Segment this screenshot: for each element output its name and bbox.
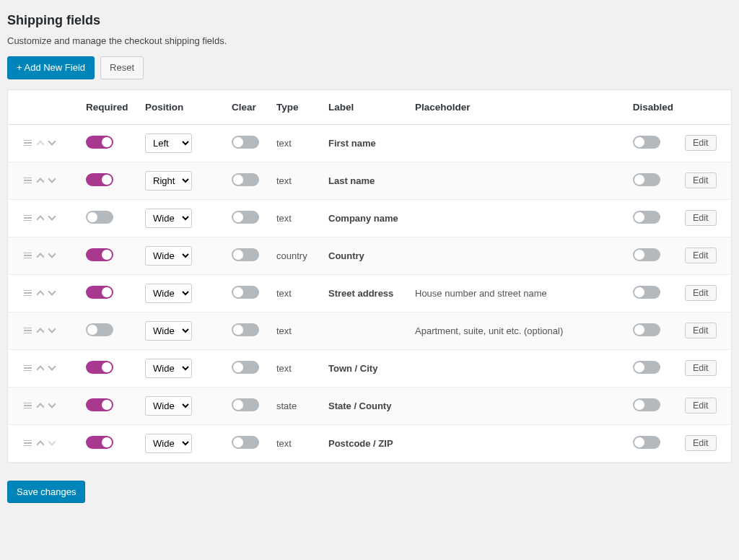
position-select[interactable]: LeftRightWide (145, 359, 192, 378)
clear-toggle[interactable] (232, 323, 259, 336)
field-label (323, 312, 409, 349)
table-row: LeftRightWidetextCompany nameEdit (8, 199, 731, 237)
drag-handle-icon[interactable] (24, 328, 32, 334)
move-up-icon[interactable] (36, 403, 44, 411)
move-down-icon (48, 437, 56, 445)
clear-toggle[interactable] (232, 361, 259, 374)
move-up-icon (36, 140, 44, 148)
disabled-toggle[interactable] (633, 323, 660, 336)
clear-toggle[interactable] (232, 136, 259, 149)
fields-table: Required Position Clear Type Label Place… (8, 90, 731, 463)
type-value: text (271, 349, 323, 387)
required-toggle[interactable] (86, 173, 113, 186)
disabled-toggle[interactable] (633, 286, 660, 299)
drag-handle-icon[interactable] (24, 290, 32, 297)
move-up-icon[interactable] (36, 328, 44, 336)
required-toggle[interactable] (86, 248, 113, 261)
disabled-toggle[interactable] (633, 361, 660, 374)
required-toggle[interactable] (86, 436, 113, 449)
disabled-toggle[interactable] (633, 436, 660, 449)
edit-button[interactable]: Edit (685, 360, 717, 376)
move-up-icon[interactable] (36, 215, 44, 223)
edit-button[interactable]: Edit (685, 135, 717, 151)
clear-toggle[interactable] (232, 211, 259, 224)
clear-toggle[interactable] (232, 398, 259, 411)
move-down-icon[interactable] (48, 250, 56, 258)
disabled-toggle[interactable] (633, 173, 660, 186)
add-new-field-button[interactable]: + Add New Field (7, 56, 95, 79)
edit-button[interactable]: Edit (685, 435, 717, 451)
required-toggle[interactable] (86, 211, 113, 224)
edit-button[interactable]: Edit (685, 323, 717, 338)
move-down-icon[interactable] (48, 400, 56, 408)
clear-toggle[interactable] (232, 173, 259, 186)
move-down-icon[interactable] (48, 325, 56, 333)
table-row: LeftRightWidetextPostcode / ZIPEdit (8, 424, 731, 462)
edit-button[interactable]: Edit (685, 285, 717, 301)
disabled-toggle[interactable] (633, 211, 660, 224)
col-disabled: Disabled (627, 90, 679, 125)
clear-toggle[interactable] (232, 248, 259, 261)
required-toggle[interactable] (86, 286, 113, 299)
disabled-toggle[interactable] (633, 136, 660, 149)
move-down-icon[interactable] (48, 362, 56, 370)
drag-handle-icon[interactable] (24, 253, 32, 259)
move-down-icon[interactable] (48, 212, 56, 220)
type-value: text (271, 312, 323, 349)
table-row: LeftRightWidetextFirst nameEdit (8, 124, 731, 162)
position-select[interactable]: LeftRightWide (145, 134, 192, 153)
position-select[interactable]: LeftRightWide (145, 321, 192, 341)
move-down-icon[interactable] (48, 175, 56, 183)
type-value: text (271, 124, 323, 162)
clear-toggle[interactable] (232, 286, 259, 299)
required-toggle[interactable] (86, 323, 113, 336)
save-changes-button[interactable]: Save changes (7, 481, 85, 504)
clear-toggle[interactable] (232, 436, 259, 449)
field-label: Postcode / ZIP (323, 424, 409, 462)
field-label: State / County (323, 387, 409, 424)
disabled-toggle[interactable] (633, 248, 660, 261)
col-handle (8, 90, 80, 125)
edit-button[interactable]: Edit (685, 172, 717, 188)
position-select[interactable]: LeftRightWide (145, 284, 192, 303)
required-toggle[interactable] (86, 361, 113, 374)
move-up-icon[interactable] (36, 253, 44, 261)
type-value: text (271, 274, 323, 312)
drag-handle-icon[interactable] (24, 440, 32, 447)
table-row: LeftRightWidetextLast nameEdit (8, 162, 731, 199)
required-toggle[interactable] (86, 136, 113, 149)
required-toggle[interactable] (86, 398, 113, 411)
drag-handle-icon[interactable] (24, 365, 32, 372)
position-select[interactable]: LeftRightWide (145, 434, 192, 453)
type-value: country (271, 237, 323, 274)
reset-button[interactable]: Reset (100, 56, 144, 79)
position-select[interactable]: LeftRightWide (145, 209, 192, 228)
page-subtitle: Customize and manage the checkout shippi… (7, 35, 732, 46)
field-label: Company name (323, 199, 409, 237)
move-down-icon[interactable] (48, 287, 56, 295)
disabled-toggle[interactable] (633, 398, 660, 411)
drag-handle-icon[interactable] (24, 140, 32, 146)
move-up-icon[interactable] (36, 365, 44, 373)
edit-button[interactable]: Edit (685, 398, 717, 414)
field-placeholder (409, 387, 627, 424)
drag-handle-icon[interactable] (24, 215, 32, 222)
page-title: Shipping fields (7, 13, 732, 28)
move-up-icon[interactable] (36, 178, 44, 185)
drag-handle-icon[interactable] (24, 403, 32, 409)
field-placeholder (409, 124, 627, 162)
position-select[interactable]: LeftRightWide (145, 396, 192, 416)
move-up-icon[interactable] (36, 440, 44, 448)
position-select[interactable]: LeftRightWide (145, 246, 192, 266)
edit-button[interactable]: Edit (685, 210, 717, 226)
move-down-icon[interactable] (48, 137, 56, 145)
field-placeholder (409, 237, 627, 274)
field-label: Country (323, 237, 409, 274)
edit-button[interactable]: Edit (685, 248, 717, 263)
move-up-icon[interactable] (36, 290, 44, 298)
drag-handle-icon[interactable] (24, 178, 32, 184)
col-required: Required (80, 90, 139, 125)
position-select[interactable]: LeftRightWide (145, 171, 192, 191)
field-placeholder (409, 199, 627, 237)
field-placeholder: House number and street name (409, 274, 627, 312)
